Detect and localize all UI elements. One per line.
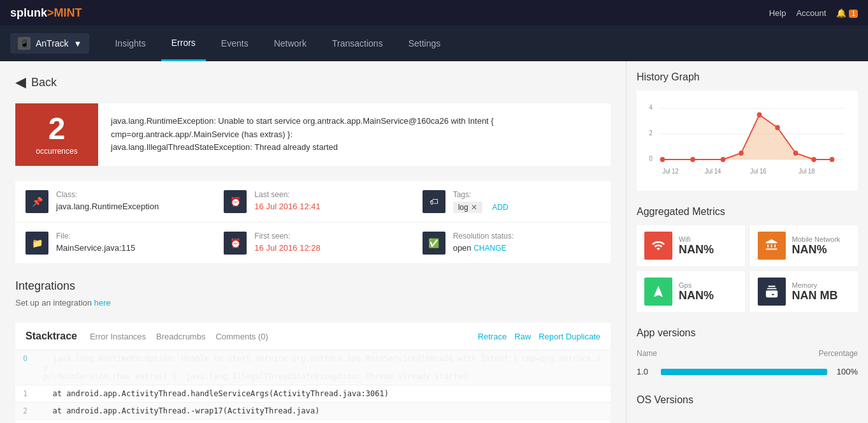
tags-info: Tags: log ✕ ADD (453, 190, 509, 213)
version-bar-1 (661, 369, 827, 375)
retrace-button[interactable]: Retrace (478, 332, 507, 341)
back-button[interactable]: ◀ Back (15, 74, 611, 91)
class-label: Class: (56, 190, 159, 199)
svg-point-15 (757, 112, 762, 117)
network-values: Mobile Network NAN% (792, 235, 841, 256)
integrations-title: Integrations (15, 279, 611, 293)
svg-point-19 (830, 157, 835, 162)
file-cell: 📁 File: MainService.java:115 (15, 223, 213, 263)
add-tag-link[interactable]: ADD (492, 203, 508, 212)
metric-memory: Memory NAN MB (750, 271, 858, 312)
change-link[interactable]: CHANGE (474, 244, 506, 253)
aggregated-metrics-title: Aggregated Metrics (637, 206, 858, 218)
stacktrace-header: Stacktrace Error Instances Breadcrumbs C… (15, 323, 611, 350)
graph-container: 4 2 0 Jul 12 Jul 14 Jul 16 Jul 18 (637, 91, 858, 191)
report-duplicate-button[interactable]: Report Duplicate (539, 332, 600, 341)
raw-button[interactable]: Raw (514, 332, 531, 341)
version-header: Name Percentage (637, 346, 858, 360)
tag-log: log ✕ (453, 202, 482, 213)
tags-label: Tags: (453, 190, 509, 199)
app-versions-title: App versions (637, 327, 858, 339)
app-selector[interactable]: 📱 AnTrack ▼ (10, 33, 89, 54)
svg-point-16 (775, 125, 780, 130)
history-graph: History Graph 4 2 0 Jul 12 Jul 14 Jul 16… (637, 71, 858, 191)
last-seen-label: Last seen: (254, 190, 320, 199)
account-link[interactable]: Account (796, 8, 826, 18)
gps-label: Gps (679, 281, 714, 289)
logo-text: splunk>MINT (10, 6, 82, 20)
app-selector-chevron: ▼ (74, 39, 82, 48)
resolution-info: Resolution status: open CHANGE (453, 232, 514, 253)
svg-point-12 (690, 157, 695, 162)
error-details: 📌 Class: java.lang.RuntimeException ⏰ La… (15, 181, 611, 264)
topnav-right: Help Account 🔔1 (769, 8, 858, 18)
tags-value: log ✕ ADD (453, 202, 509, 213)
tab-comments[interactable]: Comments (0) (215, 332, 268, 341)
error-count-box: 2 occurrences (15, 103, 98, 166)
network-value: NAN% (792, 243, 841, 256)
nav-insights[interactable]: Insights (105, 26, 156, 61)
notification-badge: 1 (849, 10, 858, 18)
main-layout: ◀ Back 2 occurrences java.lang.RuntimeEx… (0, 61, 868, 423)
svg-text:4: 4 (649, 104, 653, 111)
notification-bell[interactable]: 🔔1 (836, 8, 858, 18)
nav-events[interactable]: Events (211, 26, 259, 61)
back-icon: ◀ (15, 74, 26, 91)
nav-transactions[interactable]: Transactions (322, 26, 393, 61)
wifi-value: NAN% (679, 243, 714, 256)
metric-wifi: Wifi NAN% (637, 225, 745, 266)
right-sidebar: History Graph 4 2 0 Jul 12 Jul 14 Jul 16… (626, 61, 868, 423)
help-link[interactable]: Help (769, 8, 786, 18)
svg-point-13 (721, 157, 726, 162)
tab-breadcrumbs[interactable]: Breadcrumbs (156, 332, 205, 341)
memory-values: Memory NAN MB (792, 281, 838, 302)
stacktrace-line-1: 1 at android.app.ActivityThread.handleSe… (15, 385, 611, 403)
back-label: Back (31, 76, 57, 89)
stacktrace-line-3: 3 at android.app.ActivityThread$H.handle… (15, 420, 611, 423)
last-seen-cell: ⏰ Last seen: 16 Jul 2016 12:41 (213, 181, 412, 222)
app-navbar: 📱 AnTrack ▼ Insights Errors Events Netwo… (0, 26, 868, 61)
class-cell: 📌 Class: java.lang.RuntimeException (15, 181, 213, 222)
line-content-2: at android.app.ActivityThread.-wrap17(Ac… (43, 406, 603, 415)
last-seen-value: 16 Jul 2016 12:41 (254, 202, 320, 211)
first-seen-info: First seen: 16 Jul 2016 12:28 (254, 232, 320, 253)
first-seen-label: First seen: (254, 232, 320, 241)
os-versions-title: OS Versions (637, 394, 858, 406)
resolution-cell: ✅ Resolution status: open CHANGE (412, 223, 611, 263)
stacktrace-code: 0 java.lang.RuntimeException: Unable to … (15, 350, 611, 423)
nav-errors[interactable]: Errors (161, 26, 206, 61)
integrations-desc: Set up an integration here (15, 298, 611, 308)
svg-point-17 (793, 151, 799, 156)
gps-values: Gps NAN% (679, 281, 714, 302)
stacktrace-section: Stacktrace Error Instances Breadcrumbs C… (15, 323, 611, 423)
metrics-grid: Wifi NAN% Mobile Network NAN% (637, 225, 858, 312)
version-name-1: 1.0 (637, 367, 656, 376)
nav-network[interactable]: Network (264, 26, 317, 61)
tag-close[interactable]: ✕ (471, 203, 477, 212)
memory-label: Memory (792, 281, 838, 289)
integrations-here-link[interactable]: here (94, 298, 111, 308)
nav-settings[interactable]: Settings (398, 26, 451, 61)
metric-network: Mobile Network NAN% (750, 225, 858, 266)
tag-text: log (458, 203, 468, 212)
tab-error-instances[interactable]: Error Instances (90, 332, 146, 341)
svg-text:Jul 18: Jul 18 (799, 168, 814, 175)
version-row-1: 1.0 100% (637, 364, 858, 379)
error-message: java.lang.RuntimeException: Unable to st… (98, 103, 611, 166)
resolution-icon: ✅ (423, 232, 445, 255)
memory-icon (758, 278, 786, 306)
error-count-label: occurrences (36, 147, 77, 156)
aggregated-metrics: Aggregated Metrics Wifi NAN% (637, 206, 858, 312)
wifi-label: Wifi (679, 235, 714, 243)
svg-text:Jul 16: Jul 16 (750, 168, 766, 175)
error-count: 2 (48, 114, 66, 144)
tags-cell: 🏷 Tags: log ✕ ADD (412, 181, 611, 222)
svg-text:2: 2 (649, 130, 653, 137)
top-navbar: splunk>MINT Help Account 🔔1 (0, 0, 868, 26)
content-area: ◀ Back 2 occurrences java.lang.RuntimeEx… (0, 61, 626, 423)
logo-accent: >MINT (47, 6, 82, 19)
stacktrace-line-0: 0 java.lang.RuntimeException: Unable to … (15, 350, 611, 385)
history-graph-title: History Graph (637, 71, 858, 83)
first-seen-cell: ⏰ First seen: 16 Jul 2016 12:28 (213, 223, 412, 263)
network-label: Mobile Network (792, 235, 841, 243)
